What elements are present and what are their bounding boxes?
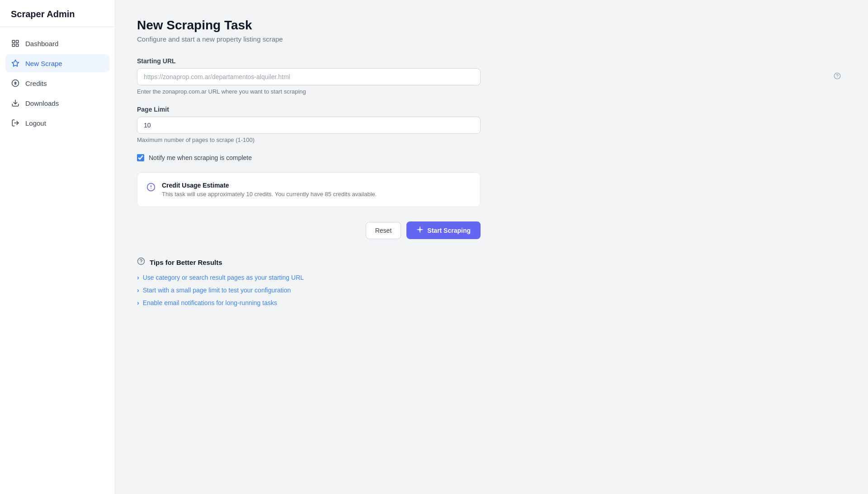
tip-text-1: Use category or search result pages as y… [143,274,304,281]
url-input[interactable] [137,68,481,85]
tip-text-3: Enable email notifications for long-runn… [143,299,277,306]
sidebar-item-label-credits: Credits [25,80,47,87]
page-subtitle: Configure and start a new property listi… [137,35,846,43]
svg-marker-4 [12,60,19,66]
credit-box-content: Credit Usage Estimate This task will use… [162,182,377,198]
page-limit-label: Page Limit [137,106,846,113]
info-icon [146,183,156,194]
credit-usage-box: Credit Usage Estimate This task will use… [137,172,481,207]
sidebar-nav: Dashboard New Scrape Credits [0,27,115,139]
sidebar-item-downloads[interactable]: Downloads [5,94,109,112]
credit-box-text: This task will use approximately 10 cred… [162,191,377,198]
tips-title: Tips for Better Results [150,259,222,266]
logout-icon [11,118,20,127]
grid-icon [11,39,20,48]
sidebar-item-label-logout: Logout [25,119,46,127]
sidebar-item-label-new-scrape: New Scrape [25,60,62,67]
main-content: New Scraping Task Configure and start a … [115,0,868,494]
tip-item-1[interactable]: › Use category or search result pages as… [137,274,481,281]
url-input-wrapper [137,68,846,85]
sidebar-item-credits[interactable]: Credits [5,74,109,92]
url-label: Starting URL [137,57,846,65]
tip-item-2[interactable]: › Start with a small page limit to test … [137,287,481,294]
download-icon [11,99,20,108]
svg-rect-0 [12,40,14,42]
sidebar-item-label-dashboard: Dashboard [25,40,58,47]
sidebar-item-logout[interactable]: Logout [5,114,109,132]
circle-dollar-icon [11,79,20,88]
page-limit-input[interactable] [137,117,481,134]
chevron-right-icon-3: › [137,299,139,306]
notify-checkbox-row: Notify me when scraping is complete [137,154,846,161]
chevron-right-icon-2: › [137,287,139,294]
svg-rect-2 [16,44,19,47]
star-icon [11,59,20,68]
svg-rect-1 [16,40,19,42]
notify-label: Notify me when scraping is complete [149,154,252,161]
tip-text-2: Start with a small page limit to test yo… [143,287,291,294]
sparkle-icon [416,226,424,235]
credit-box-title: Credit Usage Estimate [162,182,377,189]
page-limit-hint: Maximum number of pages to scrape (1-100… [137,136,846,143]
tip-item-3[interactable]: › Enable email notifications for long-ru… [137,299,481,306]
reset-button[interactable]: Reset [366,222,401,239]
sidebar-item-new-scrape[interactable]: New Scrape [5,54,109,72]
start-scraping-label: Start Scraping [427,227,471,234]
page-limit-input-wrapper [137,117,846,134]
url-form-group: Starting URL Enter the zonaprop.com.ar U… [137,57,846,95]
sidebar-item-label-downloads: Downloads [25,99,59,107]
tips-icon [137,257,145,268]
tips-section: Tips for Better Results › Use category o… [137,257,481,306]
sidebar: Scraper Admin Dashboard New Scrape [0,0,115,494]
app-title: Scraper Admin [0,0,115,27]
svg-rect-3 [12,44,14,47]
sidebar-item-dashboard[interactable]: Dashboard [5,34,109,52]
url-help-icon[interactable] [834,72,841,81]
tips-header: Tips for Better Results [137,257,481,268]
chevron-right-icon-1: › [137,274,139,281]
start-scraping-button[interactable]: Start Scraping [406,221,481,239]
url-hint: Enter the zonaprop.com.ar URL where you … [137,88,846,95]
notify-checkbox[interactable] [137,154,144,161]
action-buttons: Reset Start Scraping [137,221,481,239]
page-limit-form-group: Page Limit Maximum number of pages to sc… [137,106,846,143]
page-title: New Scraping Task [137,18,846,33]
